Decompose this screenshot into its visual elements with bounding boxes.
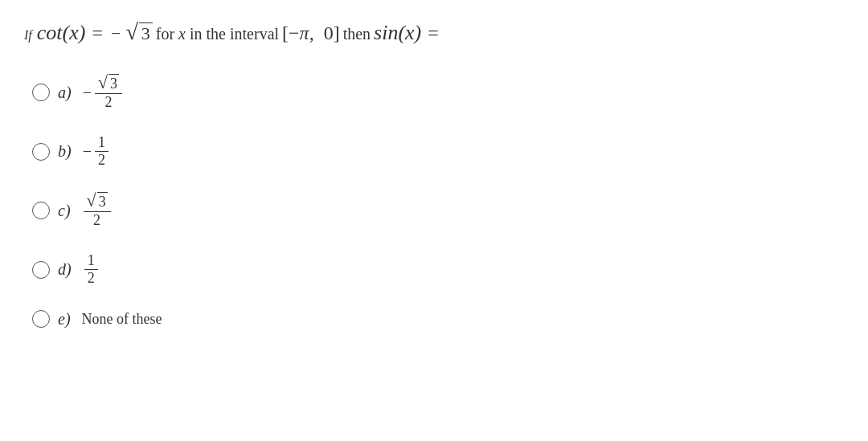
- for-x-text: for x in the interval: [156, 21, 279, 47]
- radio-c[interactable]: [32, 202, 50, 219]
- option-b: b) − 1 2: [32, 134, 844, 169]
- label-a: a): [58, 84, 72, 102]
- radio-b[interactable]: [32, 143, 50, 161]
- label-b: b): [58, 142, 72, 161]
- option-d: d) 1 2: [32, 252, 844, 288]
- math-c: √3 2: [82, 192, 111, 230]
- question-header: If cot(x) = − √3 for x in the interval […: [24, 16, 844, 50]
- interval-display: [−π, 0]: [282, 18, 340, 48]
- then-text: then: [343, 21, 371, 47]
- none-text: None of these: [82, 311, 162, 328]
- radio-a[interactable]: [32, 84, 50, 101]
- math-a: − √3 2: [83, 74, 122, 112]
- option-e: e) None of these: [32, 310, 844, 329]
- fraction-d: 1 2: [84, 252, 98, 288]
- label-c: c): [58, 202, 71, 220]
- equals-sign: =: [92, 18, 103, 48]
- math-d: 1 2: [83, 252, 98, 288]
- label-d: d): [58, 260, 72, 279]
- if-text: If: [24, 25, 32, 46]
- options-list: a) − √3 2 b) − 1 2 c): [32, 74, 844, 329]
- fraction-b: 1 2: [95, 134, 108, 169]
- sqrt-3-expression: √3: [125, 16, 152, 50]
- sin-expression: sin(x): [374, 16, 421, 50]
- fraction-a: √3 2: [95, 74, 122, 112]
- result-equals: =: [428, 18, 439, 48]
- cot-expression: cot(x): [37, 16, 86, 50]
- math-b: − 1 2: [83, 134, 108, 169]
- label-e: e): [58, 310, 71, 329]
- radio-d[interactable]: [32, 261, 50, 279]
- option-c: c) √3 2: [32, 192, 844, 230]
- negative-sign: −: [111, 19, 121, 47]
- fraction-c: √3 2: [84, 192, 111, 230]
- option-a: a) − √3 2: [32, 74, 844, 112]
- radio-e[interactable]: [32, 310, 50, 328]
